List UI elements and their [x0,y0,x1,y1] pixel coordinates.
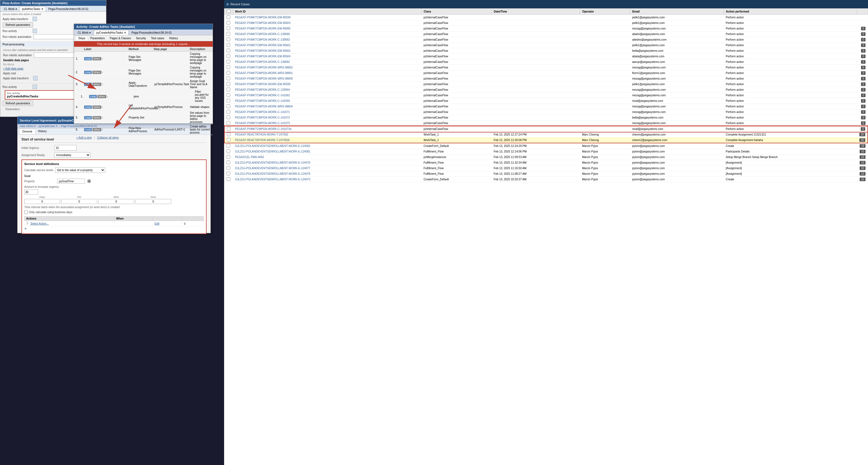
tab-parameters[interactable]: Parameters [88,36,107,40]
row-check[interactable] [224,48,233,54]
table-row[interactable]: PEGAXCEL-PAW-4682 pzMergeInstances Feb 1… [224,155,868,160]
sla-tab-history[interactable]: History [35,129,50,134]
business-days-checkbox[interactable] [24,210,28,214]
tab-security[interactable]: Security [133,36,148,40]
table-row[interactable]: OJLZGJ-POLANDEVENTSENROLLMENT-WORK-E-124… [224,177,868,182]
goal-property-input[interactable] [57,179,85,184]
delete-action-icon[interactable]: 🗑 [183,222,186,225]
row-check[interactable] [224,31,233,37]
row-check[interactable] [224,76,233,81]
activity-tab-main[interactable]: pyCreateAdHocTasks ✕ [94,30,129,35]
table-row[interactable]: PEGAXF-PXMKTCMPGN-WORK-C-129064 pzIntern… [224,87,868,93]
row-check[interactable] [224,155,233,160]
row-check[interactable] [224,177,233,182]
row-check[interactable] [224,93,233,98]
row-check[interactable] [224,20,233,26]
table-row[interactable]: OJLZGJ-POLANDEVENTSENROLLMENT-WORK-E-124… [224,149,868,155]
row-check[interactable] [224,87,233,93]
tab-test-cases[interactable]: Test cases [149,36,167,40]
tab-steps[interactable]: Steps [76,36,88,40]
add-step-link[interactable]: + Add a step [76,136,92,139]
table-row[interactable]: PEGAXF-PXMKTCMPGN-WORK-C-142059 pzIntern… [224,98,868,104]
table-row[interactable]: PEGAXF-PXMKTCMPGN-WORK-WRS-98804 pzInter… [224,104,868,109]
row-check[interactable] [224,115,233,121]
sla-tab-general[interactable]: General [19,129,35,134]
table-row[interactable]: PEGAXF-PXMKTCMPGN-WORK-C-139080 pzIntern… [224,31,868,37]
table-row[interactable]: PEGAXF-REACTATHON-WORK-T-247092b WorkTas… [224,137,868,143]
row-check[interactable] [224,37,233,42]
table-row[interactable]: PEGAXF-PXMKTCMPGN-WORK-C-139083 pzIntern… [224,37,868,42]
assignment-ready-select[interactable]: Immediately On a specific date [54,152,91,158]
add-action-button[interactable]: + [24,226,27,231]
table-row[interactable]: PEGAXF-PXMKTCMPGN-WORK-WRS-98805 pzInter… [224,76,868,81]
table-row[interactable]: PEGAXF-REACTATHON-WORK-T-247092 WorkTask… [224,132,868,137]
select-action-link[interactable]: Select Action... [30,222,49,225]
table-row[interactable]: PEGAXF-PXMKTCMPGN-WORK-C-141071b pzInter… [224,126,868,132]
table-row[interactable]: OJLZGJ-POLANDEVENTSENROLLMENT-WORK-E-124… [224,143,868,149]
days-input[interactable] [24,199,60,204]
table-row[interactable]: PEGAXF-PXMKTCMPGN-WORK-EM-95602 pzIntern… [224,48,868,54]
table-row[interactable]: 1. LoopWhen › Page-Set-Messages Copying … [74,52,213,65]
row-check[interactable] [224,54,233,59]
row-check[interactable] [224,65,233,70]
table-row[interactable]: PEGAXF-PXMKTCMPGN-WORK-WRS-98801 pzInter… [224,70,868,76]
table-row[interactable]: 6. LoopWhen › Flow-New AdHocProcess .AdH… [74,124,213,135]
table-row[interactable]: PEGAXF-PXMKTCMPGN-WORK-C-141073 pzIntern… [224,121,868,126]
row-check[interactable] [224,59,233,65]
table-row[interactable]: PEGAXF-PXMKTCMPGN-WORK-EM-95595 pzIntern… [224,81,868,87]
row-check[interactable] [224,143,233,149]
refresh-btn-top[interactable]: Refresh parameters [2,22,33,28]
edit-link[interactable]: Edit [155,222,159,225]
sla-bread-main[interactable]: pySimpleCase ✕ [39,125,58,128]
sla-bread-data[interactable]: Data-AdHoc-▾ [20,125,36,128]
table-row[interactable]: PEGAXF-PXMKTCMPGN-WORK-C-139082 pzIntern… [224,59,868,65]
mins-input[interactable] [98,199,134,204]
row-check[interactable] [224,104,233,109]
amount-input[interactable] [24,190,38,195]
row-check[interactable] [224,70,233,76]
table-row[interactable]: PEGAXF-PXMKTCMPGN-WORK-EM-95601 pzIntern… [224,42,868,48]
initial-urgency-input[interactable] [54,145,76,151]
table-row[interactable]: PEGAXF-PXMKTCMPGN-WORK-C-141072 pzIntern… [224,115,868,121]
table-row[interactable]: PEGAXF-PXMKTCMPGN-WORK-EM-95504 pzIntern… [224,54,868,59]
row-check[interactable] [224,98,233,104]
table-row[interactable]: 5. LoopWhen › Property-Set Set values fr… [74,111,213,124]
table-row[interactable]: PEGAXF-PXMKTCMPGN-WORK-EM-95603 pzIntern… [224,20,868,26]
table-row[interactable]: OJLZGJ-POLANDEVENTSENROLLMENT-WORK-E-124… [224,160,868,166]
refresh-btn-bottom[interactable]: Refresh parameters [2,101,33,106]
calc-select[interactable]: Set to the value of a property Calculate… [55,167,105,173]
hrs-input[interactable] [61,199,97,204]
row-check[interactable] [224,137,233,143]
row-check[interactable] [224,171,233,177]
row-check[interactable] [224,109,233,115]
row-check[interactable] [224,166,233,171]
table-row[interactable]: PEGAXF-PXMKTCMPGN-WORK-EM-95599 pzIntern… [224,15,868,20]
row-check[interactable] [224,81,233,87]
row-check[interactable] [224,15,233,20]
flow-tab-pega[interactable]: Pega-ProcessArchitect:08-24-51 [46,6,91,11]
row-check[interactable] [224,149,233,155]
flow-tab-adhoc[interactable]: pyAdHocTasks ✕ [20,6,46,11]
secs-input[interactable] [135,199,171,204]
select-all-checkbox[interactable] [227,9,230,13]
tab-pages-classes[interactable]: Pages & Classes [107,36,133,40]
tab-history[interactable]: History [167,36,180,40]
row-check[interactable] [224,160,233,166]
table-row[interactable]: 4. LoopWhen › call validateAdHocProcesse… [74,103,213,111]
table-row[interactable]: OJLZGJ-POLANDEVENTSENROLLMENT-WORK-E-124… [224,171,868,177]
goal-property-pick-icon[interactable]: ▾ [87,179,91,183]
row-check[interactable] [224,132,233,137]
activity-tab-pega[interactable]: Pega-ProcessArchitect:08-24-01 [129,30,175,35]
row-check[interactable] [224,121,233,126]
row-check[interactable] [224,26,233,31]
flow-tab-cl[interactable]: CL Work-▾ [1,6,20,11]
table-row[interactable]: OJLZGJ-POLANDEVENTSENROLLMENT-WORK-E-124… [224,166,868,171]
table-row[interactable]: PEGAXF-PXMKTCMPGN-WORK-EM-95085 pzIntern… [224,26,868,31]
row-check[interactable] [224,126,233,132]
table-row[interactable]: PEGAXF-PXMKTCMPGN-WORK-C-141071 pzIntern… [224,109,868,115]
table-row[interactable]: PEGAXF-PXMKTCMPGN-WORK-C-141062 pzIntern… [224,93,868,98]
row-check[interactable] [224,42,233,48]
activity-tab-cl[interactable]: CL Work-▾ [75,30,93,35]
collapse-all-link[interactable]: Collapse all steps [97,136,119,139]
table-row[interactable]: PEGAXF-PXMKTCMPGN-WORK-WRS-98802 pzInter… [224,65,868,70]
